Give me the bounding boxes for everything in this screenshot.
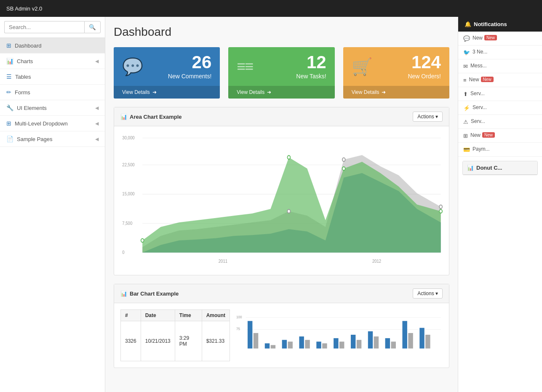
search-input[interactable] [4,21,84,33]
bar-chart-panel: 📊 Bar Chart Example Actions ▾ # [114,284,449,368]
svg-rect-32 [299,336,304,349]
search-form: 🔍 [0,17,105,38]
comments-count: 26 [168,53,211,71]
dropdown-arrow-icon: ▾ [435,291,438,296]
svg-text:30,000: 30,000 [122,135,134,140]
notif-item-1[interactable]: 🐦 3 Ne... [458,45,542,59]
area-chart-actions-button[interactable]: Actions ▾ [413,112,443,122]
new-badge: New [484,35,497,40]
twitter-icon: 🐦 [463,49,470,56]
svg-text:100: 100 [236,315,242,319]
notif-item-7[interactable]: ⊞ New New [458,129,542,143]
col-header-hash: # [121,310,141,321]
sidebar-item-multi-level[interactable]: ⊞ Multi-Level Dropdown ◀ [0,116,105,131]
bar-chart-icon: 📊 [120,114,127,120]
notif-text: New [470,132,481,138]
svg-point-14 [287,155,290,159]
sidebar: 🔍 ⊞ Dashboard 📊 Charts ◀ ☰ Tables ✏ Form… [0,17,105,392]
chevron-icon: ◀ [95,105,99,111]
svg-rect-37 [339,341,344,348]
notif-item-4[interactable]: ⬆ Serv... [458,87,542,101]
sidebar-item-label: Charts [17,58,95,64]
svg-rect-42 [385,338,390,349]
svg-text:2011: 2011 [219,258,227,264]
notifications-title: Notifications [474,21,507,27]
col-header-date: Date [141,310,175,321]
arrow-right-icon: ➜ [382,89,386,95]
sidebar-item-ui-elements[interactable]: 🔧 UI Elements ◀ [0,100,105,116]
grid-icon: ⊞ [463,133,468,139]
svg-rect-31 [288,341,293,348]
orders-label: New Orders! [408,73,441,80]
svg-rect-28 [265,343,270,348]
svg-rect-39 [357,340,361,348]
area-chart-svg: 30,000 22,500 15,000 7,500 0 [120,133,443,267]
stat-cards: 💬 26 New Comments! View Details ➜ ≡≡ 12 [114,47,449,99]
tasks-count: 12 [296,53,326,71]
chevron-icon: ◀ [95,59,99,64]
area-chart-heading: 📊 Area Chart Example Actions ▾ [114,107,449,126]
svg-rect-26 [248,321,252,348]
svg-rect-34 [316,341,321,348]
search-button[interactable]: 🔍 [84,21,101,33]
notif-text: Serv... [473,104,487,110]
view-details-text: View Details [237,89,264,95]
notif-text: Serv... [471,118,485,124]
svg-rect-46 [419,328,424,349]
donut-panel-heading: 📊 Donut C... [463,161,537,175]
sidebar-item-label: Tables [15,74,99,80]
ui-icon: 🔧 [6,104,13,111]
svg-text:0: 0 [122,249,124,255]
svg-rect-44 [402,321,407,348]
notif-item-0[interactable]: 💬 New New [458,32,542,45]
svg-point-19 [439,205,442,209]
svg-rect-30 [282,340,287,348]
sidebar-item-label: Multi-Level Dropdown [15,120,95,127]
notif-item-8[interactable]: 💳 Paym... [458,143,542,157]
area-chart-actions: Actions ▾ [413,112,443,122]
svg-text:75: 75 [236,327,240,331]
tables-icon: ☰ [6,73,12,80]
notif-item-2[interactable]: ✉ Mess... [458,59,542,73]
cell-time: 3:29 PM [175,321,202,361]
chevron-icon: ◀ [95,136,99,142]
sidebar-item-forms[interactable]: ✏ Forms [0,85,105,100]
brand-label: SB Admin v2.0 [6,5,42,12]
svg-rect-27 [254,333,258,349]
cell-id: 3326 [121,321,141,361]
col-header-amount: Amount [202,310,230,321]
orders-icon: 🛒 [352,57,373,77]
tasks-view-details[interactable]: View Details ➜ [228,86,334,99]
sidebar-item-tables[interactable]: ☰ Tables [0,69,105,85]
main-content: Dashboard 💬 26 New Comments! View Detail… [105,17,458,392]
stat-card-comments: 💬 26 New Comments! View Details ➜ [114,47,220,99]
svg-point-16 [439,209,442,213]
sidebar-item-dashboard[interactable]: ⊞ Dashboard [0,38,105,53]
donut-panel: 📊 Donut C... [462,161,538,175]
notif-text: Paym... [473,146,490,152]
tasks-icon: ≡≡ [237,58,253,75]
bar-chart-area: # Date Time Amount 3326 10/21/2013 3:29 … [120,309,443,361]
svg-rect-40 [368,331,373,349]
notif-item-6[interactable]: ⚠ Serv... [458,115,542,129]
svg-text:15,000: 15,000 [122,191,134,196]
tasks-label: New Tasks! [296,73,326,80]
bar-chart-actions-button[interactable]: Actions ▾ [413,288,443,299]
notif-item-5[interactable]: ⚡ Serv... [458,101,542,115]
arrow-right-icon: ➜ [152,89,157,95]
sidebar-item-label: Sample Pages [17,136,95,142]
notif-item-3[interactable]: ≡ New New [458,73,542,87]
svg-rect-36 [334,338,338,349]
orders-view-details[interactable]: View Details ➜ [343,86,449,99]
list-icon: ≡ [463,77,467,83]
bar-chart-heading: 📊 Bar Chart Example Actions ▾ [114,284,449,303]
svg-marker-12 [142,157,441,253]
sidebar-item-charts[interactable]: 📊 Charts ◀ [0,53,105,69]
sidebar-item-label: Dashboard [15,43,99,49]
col-header-time: Time [175,310,202,321]
sidebar-item-sample-pages[interactable]: 📄 Sample Pages ◀ [0,131,105,147]
comments-view-details[interactable]: View Details ➜ [114,86,220,99]
charts-icon: 📊 [6,58,13,64]
cell-date: 10/21/2013 [141,321,175,361]
donut-panel-title: 📊 Donut C... [467,165,502,171]
